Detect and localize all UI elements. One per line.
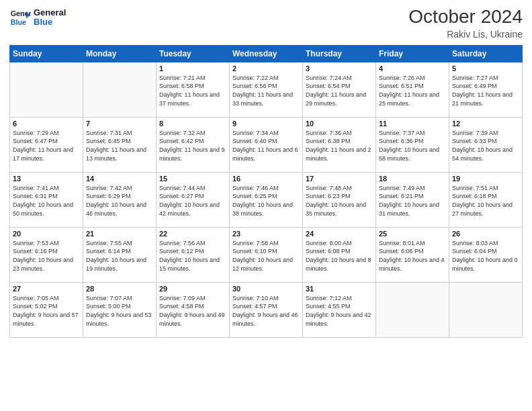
day-info: Sunrise: 7:56 AMSunset: 6:12 PMDaylight:… [159,239,226,273]
day-info: Sunrise: 7:41 AMSunset: 6:31 PMDaylight:… [13,184,80,218]
calendar-cell: 14Sunrise: 7:42 AMSunset: 6:29 PMDayligh… [83,172,157,227]
weekday-sunday: Sunday [10,45,83,62]
day-info: Sunrise: 7:34 AMSunset: 6:40 PMDaylight:… [232,129,300,163]
calendar-cell: 18Sunrise: 7:49 AMSunset: 6:21 PMDayligh… [376,172,449,227]
day-number: 25 [379,230,446,238]
week-row-1: 1Sunrise: 7:21 AMSunset: 6:58 PMDaylight… [10,62,523,117]
day-info: Sunrise: 7:39 AMSunset: 6:33 PMDaylight:… [452,129,519,163]
header: General Blue General Blue October 2024 R… [9,7,523,40]
logo-blue: Blue [34,17,66,27]
day-number: 27 [13,285,80,293]
day-info: Sunrise: 7:32 AMSunset: 6:42 PMDaylight:… [159,129,226,163]
day-info: Sunrise: 7:29 AMSunset: 6:47 PMDaylight:… [13,129,80,163]
day-info: Sunrise: 7:48 AMSunset: 6:23 PMDaylight:… [306,184,373,218]
location: Rakiv Lis, Ukraine [408,29,523,40]
month-title: October 2024 [408,7,523,28]
day-info: Sunrise: 7:58 AMSunset: 6:10 PMDaylight:… [232,239,300,273]
weekday-monday: Monday [83,45,157,62]
weekday-saturday: Saturday [449,45,523,62]
calendar-cell: 28Sunrise: 7:07 AMSunset: 5:00 PMDayligh… [83,282,157,337]
logo: General Blue General Blue [9,7,66,28]
day-info: Sunrise: 7:51 AMSunset: 6:18 PMDaylight:… [452,184,519,218]
day-number: 12 [452,120,519,128]
day-number: 13 [13,175,80,183]
day-number: 4 [379,64,446,73]
day-info: Sunrise: 7:44 AMSunset: 6:27 PMDaylight:… [159,184,226,218]
day-info: Sunrise: 7:26 AMSunset: 6:51 PMDaylight:… [379,74,446,107]
week-row-5: 27Sunrise: 7:05 AMSunset: 5:02 PMDayligh… [10,282,523,337]
day-number: 16 [232,175,300,183]
day-info: Sunrise: 7:22 AMSunset: 6:56 PMDaylight:… [232,74,300,107]
day-number: 24 [306,230,373,238]
weekday-header-row: SundayMondayTuesdayWednesdayThursdayFrid… [10,45,523,62]
day-info: Sunrise: 7:07 AMSunset: 5:00 PMDaylight:… [86,294,153,328]
calendar-cell: 6Sunrise: 7:29 AMSunset: 6:47 PMDaylight… [10,117,83,172]
day-info: Sunrise: 8:01 AMSunset: 6:06 PMDaylight:… [379,239,446,273]
week-row-3: 13Sunrise: 7:41 AMSunset: 6:31 PMDayligh… [10,172,523,227]
weekday-friday: Friday [376,45,449,62]
day-info: Sunrise: 7:21 AMSunset: 6:58 PMDaylight:… [159,74,226,107]
day-info: Sunrise: 8:03 AMSunset: 6:04 PMDaylight:… [452,239,519,273]
day-info: Sunrise: 7:10 AMSunset: 4:57 PMDaylight:… [232,294,300,328]
calendar-table: SundayMondayTuesdayWednesdayThursdayFrid… [9,45,523,338]
weekday-wednesday: Wednesday [230,45,303,62]
day-number: 19 [452,175,519,183]
day-number: 30 [232,285,300,293]
day-number: 28 [86,285,153,293]
calendar-cell: 12Sunrise: 7:39 AMSunset: 6:33 PMDayligh… [449,117,523,172]
calendar-cell: 25Sunrise: 8:01 AMSunset: 6:06 PMDayligh… [376,227,449,282]
calendar-cell: 11Sunrise: 7:37 AMSunset: 6:36 PMDayligh… [376,117,449,172]
day-number: 9 [232,120,300,128]
day-number: 1 [159,64,226,73]
weekday-tuesday: Tuesday [157,45,230,62]
calendar-cell: 2Sunrise: 7:22 AMSunset: 6:56 PMDaylight… [230,62,303,117]
day-number: 10 [306,120,373,128]
day-number: 21 [86,230,153,238]
logo-general: General [34,8,66,17]
week-row-2: 6Sunrise: 7:29 AMSunset: 6:47 PMDaylight… [10,117,523,172]
day-info: Sunrise: 7:53 AMSunset: 6:16 PMDaylight:… [13,239,80,273]
day-number: 18 [379,175,446,183]
day-info: Sunrise: 7:46 AMSunset: 6:25 PMDaylight:… [232,184,300,218]
weekday-thursday: Thursday [303,45,376,62]
day-number: 11 [379,120,446,128]
calendar-cell: 30Sunrise: 7:10 AMSunset: 4:57 PMDayligh… [230,282,303,337]
day-info: Sunrise: 7:31 AMSunset: 6:45 PMDaylight:… [86,129,153,163]
calendar-cell [376,282,449,337]
day-number: 22 [159,230,226,238]
day-number: 5 [452,64,519,73]
logo-icon: General Blue [9,7,31,28]
calendar-cell: 24Sunrise: 8:00 AMSunset: 6:08 PMDayligh… [303,227,376,282]
day-info: Sunrise: 7:49 AMSunset: 6:21 PMDaylight:… [379,184,446,218]
calendar-cell [10,62,83,117]
day-number: 23 [232,230,300,238]
calendar-cell: 15Sunrise: 7:44 AMSunset: 6:27 PMDayligh… [157,172,230,227]
day-info: Sunrise: 7:42 AMSunset: 6:29 PMDaylight:… [86,184,153,218]
day-number: 17 [306,175,373,183]
day-number: 26 [452,230,519,238]
calendar-cell: 27Sunrise: 7:05 AMSunset: 5:02 PMDayligh… [10,282,83,337]
day-info: Sunrise: 7:36 AMSunset: 6:38 PMDaylight:… [306,129,373,163]
title-block: October 2024 Rakiv Lis, Ukraine [408,7,523,40]
calendar-cell: 8Sunrise: 7:32 AMSunset: 6:42 PMDaylight… [157,117,230,172]
calendar-cell: 9Sunrise: 7:34 AMSunset: 6:40 PMDaylight… [230,117,303,172]
day-number: 3 [306,64,373,73]
day-number: 14 [86,175,153,183]
day-info: Sunrise: 7:55 AMSunset: 6:14 PMDaylight:… [86,239,153,273]
calendar-cell: 23Sunrise: 7:58 AMSunset: 6:10 PMDayligh… [230,227,303,282]
calendar-cell: 31Sunrise: 7:12 AMSunset: 4:55 PMDayligh… [303,282,376,337]
calendar-cell: 3Sunrise: 7:24 AMSunset: 6:54 PMDaylight… [303,62,376,117]
day-number: 6 [13,120,80,128]
calendar-cell: 21Sunrise: 7:55 AMSunset: 6:14 PMDayligh… [83,227,157,282]
svg-text:Blue: Blue [11,18,26,26]
calendar-cell: 26Sunrise: 8:03 AMSunset: 6:04 PMDayligh… [449,227,523,282]
calendar-cell: 16Sunrise: 7:46 AMSunset: 6:25 PMDayligh… [230,172,303,227]
calendar-cell: 17Sunrise: 7:48 AMSunset: 6:23 PMDayligh… [303,172,376,227]
calendar-cell: 13Sunrise: 7:41 AMSunset: 6:31 PMDayligh… [10,172,83,227]
day-info: Sunrise: 7:12 AMSunset: 4:55 PMDaylight:… [306,294,373,328]
day-number: 8 [159,120,226,128]
calendar-cell: 10Sunrise: 7:36 AMSunset: 6:38 PMDayligh… [303,117,376,172]
calendar-cell: 22Sunrise: 7:56 AMSunset: 6:12 PMDayligh… [157,227,230,282]
day-info: Sunrise: 7:05 AMSunset: 5:02 PMDaylight:… [13,294,80,328]
day-info: Sunrise: 7:27 AMSunset: 6:49 PMDaylight:… [452,74,519,107]
